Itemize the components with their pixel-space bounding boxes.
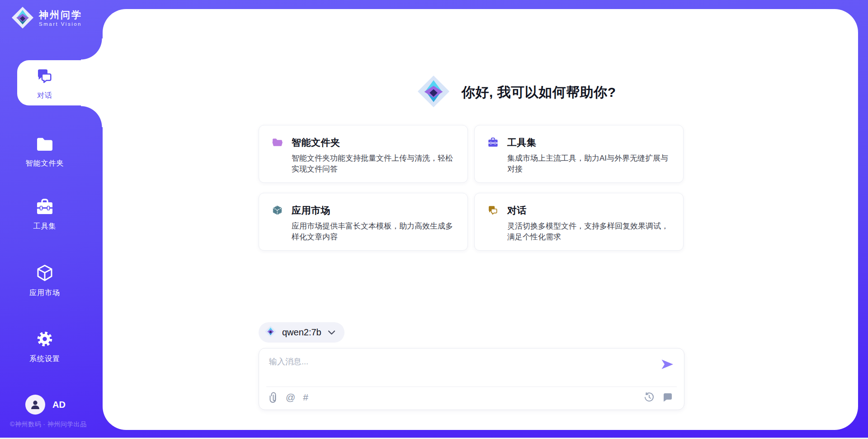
gear-icon <box>35 329 54 350</box>
card-description: 智能文件夹功能支持批量文件上传与清洗，轻松实现文件问答 <box>292 153 455 175</box>
open-folder-icon <box>272 137 283 148</box>
greeting: 你好, 我可以如何帮助你? <box>416 74 616 110</box>
brand-name: 神州问学 <box>39 10 82 20</box>
folder-icon <box>35 136 54 155</box>
feature-cards: 智能文件夹 智能文件夹功能支持批量文件上传与清洗，轻松实现文件问答 工具集 集成… <box>259 125 684 251</box>
mention-icon[interactable]: @ <box>286 392 295 402</box>
sidebar-footer-text: ©神州数码 · 神州问学出品 <box>0 420 97 429</box>
composer-divider <box>266 387 677 387</box>
model-name: qwen2:7b <box>282 327 321 338</box>
sidebar-item-chat[interactable]: 对话 <box>0 67 90 100</box>
message-composer: @ # <box>259 348 684 410</box>
chat-bubbles-icon <box>36 67 54 87</box>
chat-bubbles-icon <box>487 205 499 216</box>
send-icon[interactable] <box>660 358 674 371</box>
sidebar-item-label: 系统设置 <box>29 354 60 364</box>
toolbox-icon <box>35 198 54 218</box>
brand-diamond-icon <box>11 6 34 31</box>
card-title: 智能文件夹 <box>292 136 455 149</box>
tab-fillet-top <box>81 38 103 60</box>
cube-grid-icon <box>272 205 283 216</box>
conversations-icon[interactable] <box>662 392 673 403</box>
card-toolset[interactable]: 工具集 集成市场上主流工具，助力AI与外界无缝扩展与对接 <box>474 125 684 183</box>
card-description: 集成市场上主流工具，助力AI与外界无缝扩展与对接 <box>507 153 670 175</box>
sidebar-item-label: 对话 <box>37 91 52 100</box>
card-smart-folder[interactable]: 智能文件夹 智能文件夹功能支持批量文件上传与清洗，轻松实现文件问答 <box>259 125 468 183</box>
greeting-title: 你好, 我可以如何帮助你? <box>462 83 616 102</box>
tab-fillet-bottom <box>81 105 103 127</box>
hashtag-icon[interactable]: # <box>303 392 308 402</box>
message-input[interactable] <box>268 355 645 383</box>
cube-icon <box>35 263 54 284</box>
toolbox-icon <box>487 137 499 148</box>
sidebar-item-label: 智能文件夹 <box>26 159 64 168</box>
card-description: 应用市场提供丰富长文本模板，助力高效生成多样化文章内容 <box>292 221 455 243</box>
sidebar-item-settings[interactable]: 系统设置 <box>0 329 90 364</box>
brand-diamond-icon <box>416 74 451 110</box>
card-title: 应用市场 <box>292 204 455 217</box>
sidebar-item-app-market[interactable]: 应用市场 <box>0 263 90 298</box>
user-initials: AD <box>52 400 66 410</box>
model-diamond-icon <box>264 325 277 339</box>
attachment-icon[interactable] <box>269 392 278 403</box>
model-selector[interactable]: qwen2:7b <box>259 322 344 343</box>
card-app-market[interactable]: 应用市场 应用市场提供丰富长文本模板，助力高效生成多样化文章内容 <box>259 193 468 251</box>
user-avatar-icon <box>25 395 45 415</box>
sidebar-item-toolset[interactable]: 工具集 <box>0 198 90 231</box>
card-description: 灵活切换多模型文件，支持多样回复效果调试，满足个性化需求 <box>507 221 670 243</box>
brand-logo: 神州问学 Smart Vision <box>11 6 82 31</box>
sidebar-item-label: 工具集 <box>33 222 57 231</box>
chevron-down-icon <box>328 330 335 335</box>
card-title: 工具集 <box>507 136 670 149</box>
history-icon[interactable] <box>644 392 655 403</box>
sidebar-item-label: 应用市场 <box>29 288 60 298</box>
brand-subtitle: Smart Vision <box>39 21 82 27</box>
user-profile[interactable]: AD <box>25 395 66 415</box>
card-title: 对话 <box>507 204 670 217</box>
sidebar-item-smart-folder[interactable]: 智能文件夹 <box>0 136 90 168</box>
card-chat[interactable]: 对话 灵活切换多模型文件，支持多样回复效果调试，满足个性化需求 <box>474 193 684 251</box>
